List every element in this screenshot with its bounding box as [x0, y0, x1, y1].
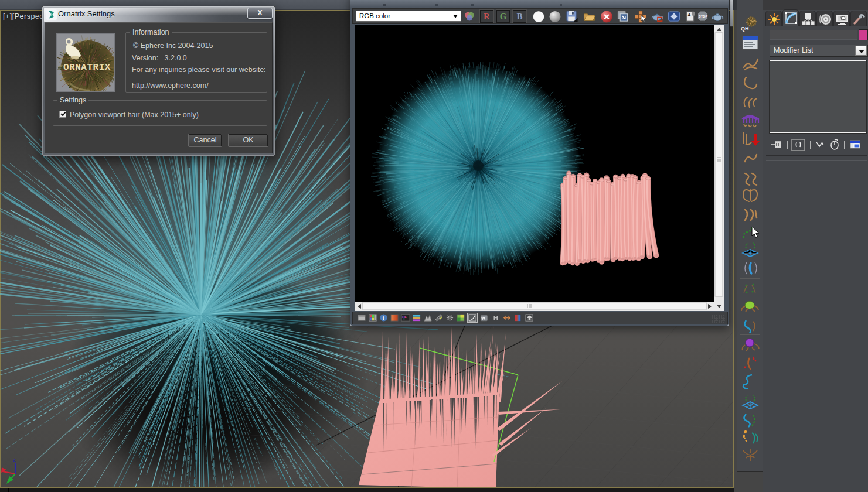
svg-text:L: L — [404, 317, 406, 321]
svg-text:WT: WT — [481, 316, 487, 320]
svg-text:ORNATRIX: ORNATRIX — [63, 63, 111, 72]
svg-text:QH: QH — [741, 26, 749, 32]
svg-text:z: z — [13, 457, 16, 463]
svg-text:H: H — [493, 315, 498, 322]
svg-text:A: A — [687, 12, 691, 18]
svg-text:STOP: STOP — [699, 15, 708, 18]
